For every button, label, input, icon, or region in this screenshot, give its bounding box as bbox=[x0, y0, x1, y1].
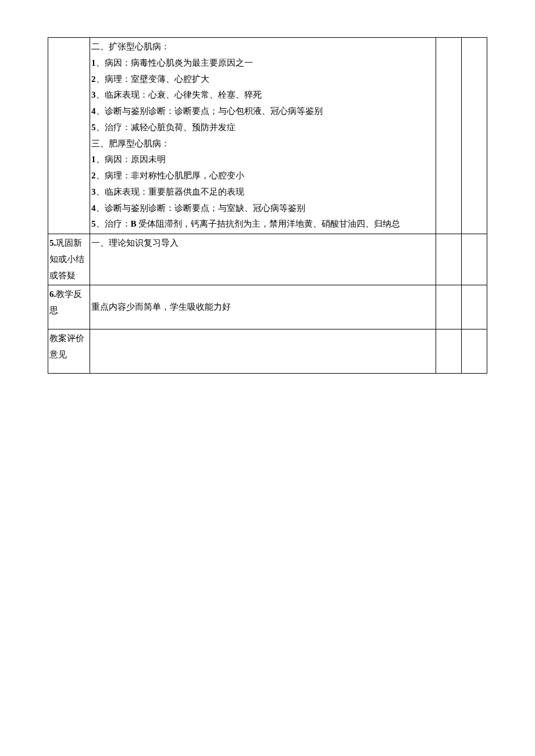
row3-content-cell: 重点内容少而简单，学生吸收能力好 bbox=[90, 285, 436, 329]
row1-content-cell: 二、扩张型心肌病：1、病因：病毒性心肌炎为最主要原因之一2、病理：室壁变薄、心腔… bbox=[90, 38, 436, 234]
row3-col4 bbox=[462, 285, 487, 329]
list-number: 1 bbox=[91, 58, 96, 67]
content-line: 重点内容少而简单，学生吸收能力好 bbox=[91, 299, 434, 316]
section-label: 教案评价意见 bbox=[49, 334, 84, 359]
row3-col3 bbox=[436, 285, 462, 329]
list-number: 3 bbox=[91, 187, 96, 196]
content-line: 一、理论知识复习导入 bbox=[91, 235, 434, 252]
list-number: 5 bbox=[91, 219, 96, 228]
content-line: 4、诊断与鉴别诊断：诊断要点；与室缺、冠心病等鉴别 bbox=[91, 200, 434, 217]
table-row: 5.巩固新知或小结或答疑一、理论知识复习导入 bbox=[48, 234, 487, 285]
content-line: 3、临床表现：重要脏器供血不足的表现 bbox=[91, 184, 434, 200]
row1-col3 bbox=[436, 38, 462, 234]
content-line: 二、扩张型心肌病： bbox=[91, 39, 434, 55]
table-row: 教案评价意见 bbox=[48, 329, 487, 374]
content-line: 1、病因：原因未明 bbox=[91, 152, 434, 168]
list-text: 、病因：原因未明 bbox=[96, 155, 166, 164]
row2-label-cell: 5.巩固新知或小结或答疑 bbox=[48, 234, 90, 285]
list-text: 、病理：非对称性心肌肥厚，心腔变小 bbox=[96, 171, 244, 180]
content-line: 4、诊断与鉴别诊断：诊断要点；与心包积液、冠心病等鉴别 bbox=[91, 103, 434, 120]
list-number: 3 bbox=[91, 90, 96, 99]
content-line: 5、治疗：B 受体阻滞剂，钙离子拮抗剂为主，禁用洋地黄、硝酸甘油四、归纳总 bbox=[91, 216, 434, 232]
row4-content-cell bbox=[90, 329, 436, 374]
list-number: 2 bbox=[91, 74, 96, 84]
list-text: 受体阻滞剂，钙离子拮抗剂为主，禁用洋地黄、硝酸甘油四、归纳总 bbox=[137, 219, 401, 228]
list-number: 4 bbox=[91, 106, 96, 116]
table-row: 6.教学反思重点内容少而简单，学生吸收能力好 bbox=[48, 285, 487, 329]
content-line: 2、病理：室壁变薄、心腔扩大 bbox=[91, 71, 434, 88]
row2-col3 bbox=[436, 234, 462, 285]
row2-col4 bbox=[462, 234, 487, 285]
list-number: 1 bbox=[91, 155, 96, 164]
list-text: 、病理：室壁变薄、心腔扩大 bbox=[96, 74, 209, 84]
content-line: 2、病理：非对称性心肌肥厚，心腔变小 bbox=[91, 168, 434, 184]
list-text: 、治疗：减轻心脏负荷、预防并发症 bbox=[96, 123, 236, 132]
list-text: 、诊断与鉴别诊断：诊断要点；与心包积液、冠心病等鉴别 bbox=[96, 106, 323, 116]
row4-col4 bbox=[462, 329, 487, 374]
bold-letter: B bbox=[131, 219, 137, 228]
row3-label-cell: 6.教学反思 bbox=[48, 285, 90, 329]
list-text: 、治疗： bbox=[96, 219, 131, 228]
section-number: 6. bbox=[49, 289, 56, 299]
table-row: 二、扩张型心肌病：1、病因：病毒性心肌炎为最主要原因之一2、病理：室壁变薄、心腔… bbox=[48, 38, 487, 234]
content-line: 1、病因：病毒性心肌炎为最主要原因之一 bbox=[91, 55, 434, 71]
row2-content-cell: 一、理论知识复习导入 bbox=[90, 234, 436, 285]
section-number: 5. bbox=[49, 238, 56, 248]
row4-label-cell: 教案评价意见 bbox=[48, 329, 90, 374]
list-text: 、临床表现：心衰、心律失常、栓塞、猝死 bbox=[96, 90, 262, 99]
lesson-plan-table: 二、扩张型心肌病：1、病因：病毒性心肌炎为最主要原因之一2、病理：室壁变薄、心腔… bbox=[48, 37, 487, 374]
list-number: 2 bbox=[91, 171, 96, 180]
row4-col3 bbox=[436, 329, 462, 374]
row1-label-cell bbox=[48, 38, 90, 234]
list-number: 5 bbox=[91, 123, 96, 132]
content-line: 三、肥厚型心肌病： bbox=[91, 136, 434, 152]
list-number: 4 bbox=[91, 203, 96, 213]
list-text: 、诊断与鉴别诊断：诊断要点；与室缺、冠心病等鉴别 bbox=[96, 203, 305, 213]
list-text: 、病因：病毒性心肌炎为最主要原因之一 bbox=[96, 58, 253, 67]
content-line: 3、临床表现：心衰、心律失常、栓塞、猝死 bbox=[91, 87, 434, 103]
content-line: 5、治疗：减轻心脏负荷、预防并发症 bbox=[91, 120, 434, 136]
list-text: 、临床表现：重要脏器供血不足的表现 bbox=[96, 187, 244, 196]
row1-col4 bbox=[462, 38, 487, 234]
